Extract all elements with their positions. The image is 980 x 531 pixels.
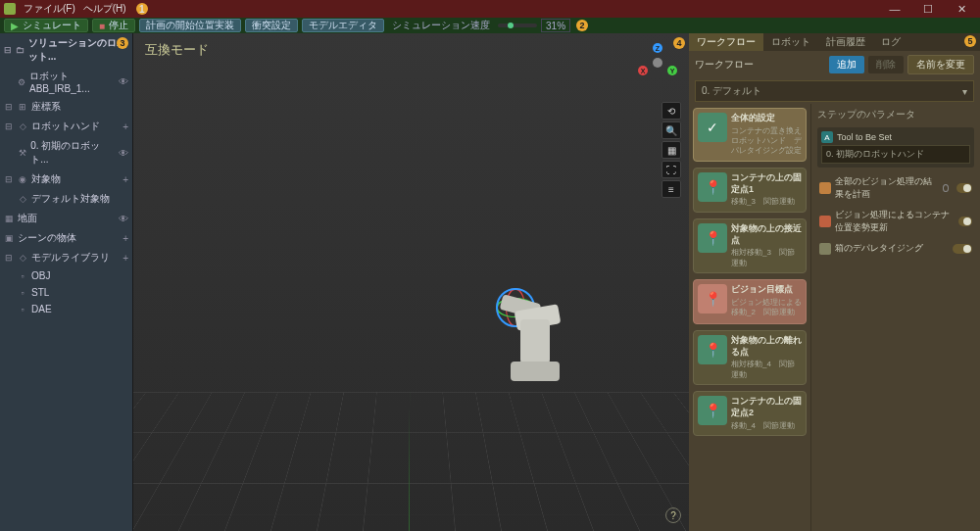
grid-icon: ⊞ — [18, 102, 27, 112]
tool-icon: ⚒ — [18, 148, 26, 158]
sim-speed-value: 31% — [541, 19, 570, 32]
workflow-select[interactable]: 0. デフォルト ▾ — [695, 80, 974, 102]
stop-button[interactable]: ■停止 — [92, 19, 135, 32]
workflow-step[interactable]: 📍対象物の上の離れる点相対移動_4 関節運動 — [693, 330, 807, 385]
tree-dae[interactable]: ▫DAE — [0, 301, 132, 317]
collapse-icon: ⊟ — [4, 121, 14, 131]
box-icon — [819, 243, 831, 255]
titlebar: ファイル(F) ヘルプ(H) 1 — ☐ ✕ — [0, 0, 980, 18]
tree-floor-label: 地面 — [18, 212, 37, 225]
file-icon: ▫ — [18, 271, 27, 281]
tab-workflow[interactable]: ワークフロー — [689, 33, 763, 51]
tree-target-item[interactable]: ◇ デフォルト対象物 — [0, 189, 132, 209]
scene-icon: ▣ — [4, 233, 14, 243]
tree-target-item-label: デフォルト対象物 — [31, 192, 110, 206]
tree-stl[interactable]: ▫STL — [0, 284, 132, 301]
window-close[interactable]: ✕ — [947, 1, 976, 17]
add-icon[interactable]: + — [122, 174, 128, 185]
step-desc: 相対移動_3 関節運動 — [731, 248, 802, 268]
step-desc: 移動_3 関節運動 — [731, 197, 802, 207]
menu-help[interactable]: ヘルプ(H) — [83, 2, 126, 16]
step-name: コンテナの上の固定点1 — [731, 172, 802, 195]
tree-modellib[interactable]: ⊟ ◇ モデルライブラリ + — [0, 248, 132, 267]
param-tool-value[interactable]: 0. 初期のロボットハンド — [821, 145, 970, 164]
gizmo-x[interactable]: X — [638, 66, 648, 75]
help-icon[interactable]: ? — [665, 507, 681, 523]
toggle-3[interactable] — [953, 244, 972, 254]
gizmo-y[interactable]: Y — [667, 66, 677, 75]
workflow-step[interactable]: 📍コンテナの上の固定点1移動_3 関節運動 — [693, 168, 807, 213]
param-row-2-label: ビジョン処理によるコンテナ位置姿勢更新 — [835, 209, 955, 234]
add-icon[interactable]: + — [122, 233, 128, 244]
step-desc: ビジョン処理による移動_2 関節運動 — [731, 298, 802, 318]
rename-button[interactable]: 名前を変更 — [907, 55, 974, 74]
sidebar: ⊟ 🗀 ソリューションのロボット... ⚙ ロボット ABB_IRB_1... … — [0, 33, 133, 531]
robot-icon: ⚙ — [18, 77, 25, 87]
mode-label: 互換モード — [145, 41, 209, 59]
window-maximize[interactable]: ☐ — [913, 1, 943, 17]
vision-icon — [819, 182, 831, 194]
tab-history[interactable]: 計画履歴 — [818, 33, 873, 51]
orbit-icon[interactable]: ⟲ — [662, 102, 681, 120]
toggle-2[interactable] — [958, 217, 972, 226]
workflow-step[interactable]: 📍コンテナの上の固定点2移動_4 関節運動 — [693, 391, 807, 436]
viewport-tools: ⟲ 🔍 ▦ ⛶ ≡ — [662, 102, 681, 198]
tree-obj-label: OBJ — [31, 270, 50, 281]
robot-model[interactable] — [491, 254, 579, 381]
tree-coord[interactable]: ⊟ ⊞ 座標系 — [0, 97, 132, 117]
workflow-step[interactable]: 📍対象物の上の接近点相対移動_3 関節運動 — [693, 218, 807, 273]
tree-targets[interactable]: ⊟ ◉ 対象物 + — [0, 169, 132, 189]
add-button[interactable]: 追加 — [829, 56, 864, 73]
model-editor-button[interactable]: モデルエディタ — [302, 19, 384, 32]
zoom-icon[interactable]: 🔍 — [662, 121, 681, 139]
grid-toggle-icon[interactable]: ▦ — [662, 141, 681, 159]
update-icon — [819, 216, 831, 227]
tree-floor[interactable]: ▦ 地面 👁 — [0, 209, 132, 228]
workflow-step[interactable]: ✓全体的設定コンテナの置き換え ロボットハンド デパレタイジング設定 — [693, 108, 807, 162]
viewport[interactable]: 互換モード 4 Z Y X ⟲ 🔍 ▦ ⛶ ≡ ? — [133, 33, 689, 531]
toggle-1[interactable] — [956, 183, 972, 193]
tab-log[interactable]: ログ — [873, 33, 908, 51]
tree-scene[interactable]: ▣ シーンの物体 + — [0, 228, 132, 248]
reset-pose-button[interactable]: 計画の開始位置実装 — [139, 19, 241, 32]
layers-icon[interactable]: ≡ — [662, 180, 681, 198]
workflow-step[interactable]: 📍ビジョン目標点ビジョン処理による移動_2 関節運動 — [693, 279, 807, 324]
add-icon[interactable]: + — [122, 121, 128, 132]
tree-hand-item[interactable]: ⚒ 0. 初期のロボット... 👁 — [0, 136, 132, 169]
param-row-1: 全部のビジョン処理の結果を計画 — [817, 171, 974, 205]
simulate-button[interactable]: ▶シミュレート — [4, 19, 88, 32]
workflow-steps: ✓全体的設定コンテナの置き換え ロボットハンド デパレタイジング設定📍コンテナの… — [689, 104, 810, 531]
visibility-icon[interactable]: 👁 — [119, 148, 128, 159]
gizmo-z[interactable]: Z — [653, 43, 662, 53]
cube-icon: ◇ — [18, 194, 27, 204]
orientation-gizmo[interactable]: Z Y X — [638, 43, 677, 82]
tree-hand[interactable]: ⊟ ◇ ロボットハンド + — [0, 117, 132, 136]
tree-coord-label: 座標系 — [31, 100, 61, 114]
tree-dae-label: DAE — [31, 304, 52, 314]
visibility-icon[interactable]: 👁 — [119, 214, 128, 224]
step-desc: 移動_4 関節運動 — [731, 421, 802, 431]
visibility-icon[interactable]: 👁 — [119, 76, 128, 87]
sim-speed-slider[interactable] — [498, 24, 537, 27]
collision-button[interactable]: 衝突設定 — [245, 19, 298, 32]
param-row-3-label: 箱のデパレタイジング — [835, 242, 923, 255]
window-minimize[interactable]: — — [880, 1, 909, 17]
step-icon: ✓ — [698, 113, 727, 142]
tree-robot[interactable]: ⚙ ロボット ABB_IRB_1... 👁 — [0, 67, 132, 97]
add-icon[interactable]: + — [122, 253, 128, 264]
tree-root[interactable]: ⊟ 🗀 ソリューションのロボット... — [0, 33, 132, 67]
chevron-down-icon: ▾ — [962, 86, 967, 97]
params-title: ステップのパラメータ — [817, 108, 974, 121]
step-icon: 📍 — [698, 284, 727, 314]
step-name: 全体的設定 — [731, 113, 802, 124]
menu-file[interactable]: ファイル(F) — [24, 2, 75, 16]
toolbar: ▶シミュレート ■停止 計画の開始位置実装 衝突設定 モデルエディタ シミュレー… — [0, 18, 980, 33]
fit-icon[interactable]: ⛶ — [662, 161, 681, 178]
param-tool: ATool to Be Set 0. 初期のロボットハンド — [817, 127, 974, 168]
tab-robot[interactable]: ロボット — [763, 33, 818, 51]
step-name: コンテナの上の固定点2 — [731, 396, 802, 418]
delete-button[interactable]: 削除 — [868, 56, 904, 73]
radio-icon[interactable] — [943, 184, 950, 192]
tree-obj[interactable]: ▫OBJ — [0, 267, 132, 284]
gizmo-center[interactable] — [653, 58, 662, 68]
